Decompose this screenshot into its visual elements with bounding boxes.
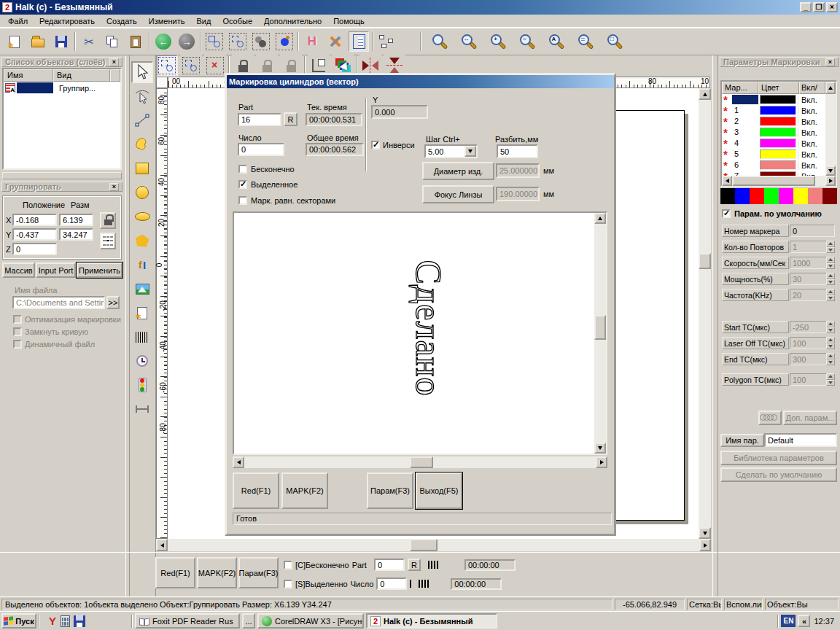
selected-checkbox[interactable] (284, 580, 292, 588)
scroll-right-button[interactable] (596, 456, 607, 468)
zoom-in-button[interactable]: + (487, 31, 508, 52)
focus-button[interactable]: Фокус Линзы (422, 185, 494, 203)
infinite-checkbox[interactable] (238, 165, 247, 174)
zoom-out-button[interactable]: − (516, 31, 537, 52)
group-panel-close-icon[interactable]: × (109, 183, 119, 191)
infinite-checkbox[interactable] (284, 561, 292, 569)
ellipse-tool[interactable] (131, 206, 153, 228)
selected-checkbox[interactable] (238, 180, 247, 189)
group-shapes-button[interactable] (204, 31, 225, 52)
y-size-field[interactable]: 34.247 (59, 228, 93, 241)
tray-chevron-button[interactable]: « (798, 615, 810, 627)
dimension-tool[interactable] (131, 398, 153, 420)
task-halk[interactable]: 2 Halk (c) - Безымянный (366, 613, 497, 629)
palette-swatch[interactable] (764, 188, 779, 204)
marker-row[interactable]: *4Вкл. (722, 138, 825, 149)
split-field[interactable]: 50 (497, 144, 538, 158)
dialog-mark-button[interactable]: MAPK(F2) (281, 472, 328, 509)
palette-swatch[interactable] (779, 188, 793, 204)
save-quicklaunch-icon[interactable] (74, 615, 85, 627)
palette-swatch[interactable] (793, 188, 808, 204)
marker-row[interactable]: *7Вкл. (722, 171, 825, 176)
circle-tool[interactable] (131, 182, 153, 203)
menu-special[interactable]: Особые (217, 16, 257, 26)
y-position-field[interactable]: -0.437 (12, 228, 57, 241)
object-list-row[interactable]: Группир... (4, 82, 120, 94)
diameter-button[interactable]: Диаметр изд. (422, 162, 494, 180)
x-position-field[interactable]: -0.168 (12, 214, 57, 226)
palette-swatch[interactable] (750, 188, 764, 204)
zoom-all-button[interactable]: A (545, 31, 566, 52)
combo-dropdown-icon[interactable] (464, 146, 476, 157)
copy-button[interactable] (102, 31, 122, 52)
anchor-grid-button[interactable] (100, 233, 116, 249)
part-reset-button[interactable]: R (408, 559, 421, 571)
select-transform-button[interactable] (156, 55, 178, 77)
open-button[interactable] (28, 31, 48, 52)
start-button[interactable]: Пуск (1, 613, 36, 629)
browser-quicklaunch-icon[interactable]: Y (47, 615, 58, 627)
marker-row[interactable]: *0Вкл. (722, 94, 825, 105)
bottom-mark-button[interactable]: MAPK(F2) (197, 557, 237, 588)
transform-file-tool[interactable]: ✶ (131, 302, 153, 324)
language-indicator[interactable]: EN (781, 615, 796, 627)
settings-button[interactable] (325, 31, 346, 52)
dialog-red-button[interactable]: Red(F1) (233, 472, 279, 509)
param-name-button[interactable]: Имя пар. (720, 434, 764, 447)
params-panel-close-icon[interactable]: × (825, 58, 835, 66)
object-list-button[interactable] (349, 31, 369, 52)
marker-row[interactable]: *1Вкл. (722, 105, 825, 116)
column-header-color[interactable]: Цвет (758, 82, 799, 94)
column-header-name[interactable]: Имя (4, 69, 53, 82)
table-hscroll-thumb[interactable] (732, 176, 815, 186)
close-button[interactable]: × (826, 2, 838, 12)
object-tree-button[interactable] (376, 31, 397, 52)
apply-button[interactable]: Применить (77, 262, 122, 278)
table-scroll-left-button[interactable] (722, 176, 732, 186)
node-edit-tool[interactable] (131, 85, 153, 107)
new-document-button[interactable]: ✶ (4, 31, 25, 52)
param-name-field[interactable]: Default (764, 433, 837, 447)
curve-tool[interactable] (131, 133, 153, 155)
scroll-up-button[interactable] (594, 213, 606, 224)
cut-button[interactable] (79, 31, 99, 52)
node-color-button[interactable] (274, 31, 295, 52)
array-button[interactable]: Массив (2, 262, 35, 278)
menu-help[interactable]: Помощь (328, 16, 370, 26)
menu-view[interactable]: Вид (191, 16, 216, 26)
scroll-down-button[interactable] (699, 527, 711, 539)
dialog-exit-button[interactable]: Выход(F5) (416, 472, 462, 509)
column-header-marker[interactable]: Мар... (722, 82, 758, 94)
rectangle-tool[interactable] (131, 158, 153, 179)
select-tool[interactable] (131, 61, 153, 83)
zoom-pan-button[interactable]: ↔ (458, 31, 478, 52)
palette-swatch[interactable] (735, 188, 750, 204)
text-tool[interactable]: f I (131, 254, 153, 276)
menu-create[interactable]: Создать (101, 16, 142, 26)
menu-file[interactable]: Файл (3, 16, 33, 26)
column-header-state[interactable]: Вкл/Вы.. (799, 82, 825, 94)
scroll-up-button[interactable] (699, 88, 711, 100)
default-params-checkbox[interactable] (722, 209, 731, 218)
minimize-button[interactable]: _ (800, 2, 812, 12)
part-count-field[interactable]: 0 (374, 559, 405, 571)
vscroll-thumb[interactable] (699, 253, 711, 269)
task-foxit[interactable]: Foxit PDF Reader Rus (135, 613, 240, 629)
rotate-transform-button[interactable] (180, 55, 202, 77)
step-combobox[interactable]: 5.00 (424, 144, 478, 158)
dialog-param-button[interactable]: Парам(F3) (367, 472, 413, 509)
part-field[interactable]: 16 (238, 113, 281, 126)
redo-button[interactable]: → (176, 31, 197, 52)
traffic-light-tool[interactable] (131, 374, 153, 396)
preview-vscroll-thumb[interactable] (594, 315, 606, 340)
browse-button[interactable]: >> (106, 296, 120, 309)
marker-row[interactable]: *5Вкл. (722, 149, 825, 160)
scroll-left-button[interactable] (233, 456, 244, 468)
polygon-tool[interactable] (131, 230, 153, 252)
table-scroll-up-button[interactable] (825, 82, 836, 94)
bottom-param-button[interactable]: Парам(F3) (238, 557, 279, 588)
scroll-left-button[interactable] (156, 539, 168, 551)
delete-selection-button[interactable]: × (204, 55, 226, 77)
column-header-view[interactable]: Вид (53, 69, 110, 82)
scroll-right-button[interactable] (699, 539, 711, 551)
